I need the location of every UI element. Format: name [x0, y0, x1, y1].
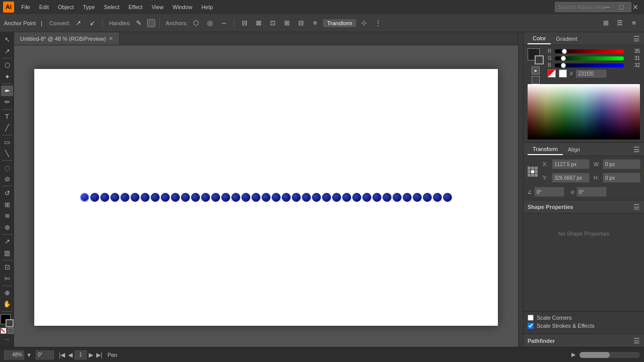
shape-panel-header[interactable]: Shape Properties ☰	[524, 200, 644, 213]
w-input[interactable]	[603, 159, 640, 169]
color-spectrum[interactable]	[528, 84, 640, 139]
minimize-btn[interactable]: ─	[602, 2, 613, 13]
menu-window[interactable]: Window	[169, 3, 197, 12]
transform-btn[interactable]: Transform	[323, 19, 356, 27]
align-tool-4[interactable]: ⊞	[281, 17, 293, 29]
pathfinder-bar[interactable]: Pathfinder ☰	[524, 334, 644, 347]
stroke-swatch[interactable]	[6, 319, 14, 327]
prev-page-btn[interactable]: ◀	[67, 351, 74, 358]
none-swatch[interactable]	[1, 328, 7, 334]
anchor-grid[interactable]	[528, 167, 538, 178]
rotate-tool[interactable]: ↺	[1, 188, 13, 198]
x-input[interactable]	[552, 159, 590, 169]
color-panel-header[interactable]: Color Gradient ☰	[524, 32, 644, 45]
handles-tool-1[interactable]: ✎	[133, 17, 145, 29]
zoom-dropdown[interactable]: ▼	[26, 352, 32, 358]
menu-effect[interactable]: Effect	[124, 3, 147, 12]
type-tool[interactable]: T	[1, 111, 13, 122]
transform-extra[interactable]: ⊹	[358, 17, 370, 29]
select-tool[interactable]: ↖	[1, 34, 13, 45]
white-indicator[interactable]	[559, 69, 567, 78]
close-btn[interactable]: ✕	[630, 2, 641, 13]
menu-view[interactable]: View	[148, 3, 168, 12]
b-thumb[interactable]	[561, 63, 566, 68]
panel-options[interactable]: ☰	[614, 17, 626, 29]
tab-gradient[interactable]: Gradient	[551, 34, 582, 44]
shape-panel-menu[interactable]: ☰	[633, 203, 640, 211]
scale-tool[interactable]: ⊞	[1, 199, 13, 210]
tab-close-btn[interactable]: ✕	[109, 36, 113, 41]
transform-panel-menu[interactable]: ☰	[633, 146, 640, 154]
scale-corners-checkbox[interactable]	[528, 315, 534, 321]
line2-tool[interactable]: ╲	[1, 148, 13, 159]
y-input[interactable]	[552, 173, 590, 183]
menu-select[interactable]: Select	[100, 3, 123, 12]
hex-input[interactable]	[576, 70, 606, 78]
handles-tool-square[interactable]	[147, 19, 155, 27]
search-btn[interactable]	[588, 2, 599, 13]
pencil-tool[interactable]: ✏	[1, 97, 13, 107]
align-tool-3[interactable]: ⊡	[267, 17, 279, 29]
none-indicator[interactable]	[548, 69, 556, 78]
artboard[interactable]	[34, 69, 498, 326]
rotate-input[interactable]	[36, 350, 54, 359]
pen-tool[interactable]: ✒	[1, 86, 13, 96]
hand-tool[interactable]: ✋	[1, 299, 13, 309]
scale-strokes-checkbox[interactable]	[528, 323, 534, 329]
play-btn[interactable]: ▶	[571, 351, 575, 358]
distribute-btn[interactable]: ⋮	[372, 17, 384, 29]
slice-tool[interactable]: ✄	[1, 273, 13, 283]
canvas-area[interactable]: Untitled-8* @ 48 % (RGB/Preview) ✕	[14, 32, 518, 347]
align-tool-2[interactable]: ⊠	[252, 17, 265, 29]
chart-tool[interactable]: ▥	[1, 247, 13, 258]
maximize-btn[interactable]: □	[616, 2, 627, 13]
convert-tool-1[interactable]: ↗	[72, 17, 84, 29]
fill-mode-none[interactable]	[532, 76, 540, 84]
menu-type[interactable]: Type	[79, 3, 99, 12]
tab-align[interactable]: Align	[563, 144, 585, 155]
direct-select-tool[interactable]: ↗	[1, 45, 13, 56]
page-input[interactable]	[75, 350, 87, 359]
lasso-tool[interactable]: ⬡	[1, 60, 13, 70]
anchors-tool-1[interactable]: ⬡	[189, 17, 202, 29]
menu-object[interactable]: Object	[54, 3, 78, 12]
reshape-tool[interactable]: ⊛	[1, 222, 13, 233]
color-panel-menu[interactable]: ☰	[633, 35, 640, 43]
progress-bar[interactable]	[579, 352, 640, 358]
anchors-tool-3[interactable]: ↔	[218, 17, 230, 29]
tab-color[interactable]: Color	[528, 33, 551, 44]
rect-tool[interactable]: ▭	[1, 136, 13, 147]
first-page-btn[interactable]: |◀	[58, 351, 66, 358]
g-thumb[interactable]	[561, 56, 566, 61]
line-tool[interactable]: ╱	[1, 122, 13, 133]
anchors-tool-2[interactable]: ◎	[204, 17, 216, 29]
align-tool-1[interactable]: ⊟	[238, 17, 250, 29]
menu-help[interactable]: Help	[198, 3, 217, 12]
eyedrop-tool[interactable]: ⊘	[1, 174, 13, 184]
workspace-btn[interactable]: ≡	[628, 17, 640, 29]
fill-mode-solid[interactable]: ■	[532, 66, 540, 75]
white-swatch[interactable]	[8, 328, 14, 334]
pathfinder-menu[interactable]: ☰	[633, 337, 640, 345]
h-input[interactable]	[603, 173, 640, 183]
warp-tool[interactable]: ≋	[1, 210, 13, 221]
g-slider[interactable]	[555, 56, 624, 60]
r-thumb[interactable]	[562, 49, 567, 54]
align-tool-6[interactable]: ≡	[309, 17, 321, 29]
last-page-btn[interactable]: ▶|	[95, 351, 103, 358]
artboard-wrapper[interactable]	[14, 47, 518, 347]
convert-tool-2[interactable]: ↙	[86, 17, 98, 29]
graph-tool[interactable]: ↗	[1, 236, 13, 247]
artboard-tool[interactable]: ⊡	[1, 262, 13, 272]
menu-file[interactable]: File	[17, 3, 34, 12]
menu-edit[interactable]: Edit	[35, 3, 53, 12]
tab-transform[interactable]: Transform	[528, 144, 563, 155]
arrange-icon[interactable]: ⊞	[600, 17, 612, 29]
angle-input[interactable]	[534, 187, 564, 197]
magic-wand-tool[interactable]: ✦	[1, 71, 13, 82]
b-slider[interactable]	[555, 63, 624, 67]
transform-panel-header[interactable]: Transform Align ☰	[524, 143, 644, 156]
document-tab[interactable]: Untitled-8* @ 48 % (RGB/Preview) ✕	[14, 32, 119, 45]
zoom-input[interactable]	[4, 350, 24, 359]
align-tool-5[interactable]: ⊟	[295, 17, 307, 29]
